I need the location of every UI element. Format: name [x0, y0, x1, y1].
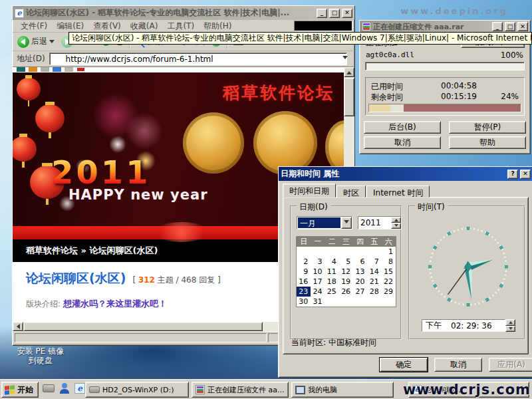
- calendar-day: [297, 247, 311, 257]
- vertical-scroll-thumb[interactable]: [344, 78, 354, 116]
- start-button[interactable]: 开始: [1, 382, 39, 398]
- calendar-day[interactable]: 10: [311, 267, 325, 277]
- task-winrar[interactable]: 正在创建压缩文件 aa...: [192, 382, 289, 398]
- calendar[interactable]: 日一二三四五六123456789101112131415161718192021…: [296, 236, 396, 307]
- minimize-button[interactable]: _: [317, 9, 327, 18]
- tab-timezone[interactable]: 时区: [336, 186, 366, 198]
- year-spinner[interactable]: 2011: [358, 216, 402, 229]
- menu-view[interactable]: 查看(V): [89, 20, 125, 33]
- ie-titlebar[interactable]: e 论坛闲聊区(水区) - 稻草软件论坛-专业的电脑交流社区 软件|技术|电脑|…: [13, 6, 354, 20]
- background-button[interactable]: 后台(B): [364, 121, 441, 134]
- year-up-icon[interactable]: [391, 217, 401, 223]
- desktop-icon-pe-image[interactable]: 安装 PE 镜像 到硬盘: [4, 346, 77, 365]
- calendar-day[interactable]: 27: [353, 287, 367, 297]
- time-down-icon[interactable]: [505, 326, 515, 332]
- cancel-button[interactable]: 取消: [364, 136, 441, 149]
- month-value: 一月: [298, 217, 340, 228]
- desktop-icon-label-line1: 安装 PE 镜像: [4, 346, 77, 356]
- calendar-day[interactable]: 23: [297, 287, 311, 297]
- tab-time-and-date[interactable]: 时间和日期: [283, 184, 336, 198]
- calendar-day: [367, 247, 381, 257]
- back-label: 后退: [31, 36, 47, 47]
- month-dropdown-arrow-icon[interactable]: [341, 217, 352, 229]
- winrar-titlebar[interactable]: 正在创建压缩文件 aaa.rar _ □ ✕: [360, 21, 530, 33]
- calendar-day[interactable]: 29: [382, 287, 396, 297]
- help-button[interactable]: ?: [507, 170, 518, 179]
- calendar-day[interactable]: 5: [339, 257, 353, 267]
- calendar-day[interactable]: 31: [311, 297, 325, 307]
- back-button[interactable]: 后退: [15, 35, 57, 49]
- datetime-titlebar[interactable]: 日期和时间 属性 ? ✕: [279, 167, 532, 181]
- calendar-day[interactable]: 1: [382, 247, 396, 257]
- scroll-up-button[interactable]: [344, 67, 354, 77]
- calendar-day[interactable]: 7: [367, 257, 381, 267]
- calendar-day[interactable]: 30: [297, 297, 311, 307]
- task-explorer-drive[interactable]: HD2_OS-WinXP (D:): [85, 382, 189, 398]
- calendar-day[interactable]: 17: [311, 277, 325, 287]
- calendar-day: [339, 297, 353, 307]
- calendar-day[interactable]: 25: [325, 287, 339, 297]
- calendar-day[interactable]: 21: [367, 277, 381, 287]
- calendar-day[interactable]: 3: [311, 257, 325, 267]
- calendar-day[interactable]: 18: [325, 277, 339, 287]
- menu-favorites[interactable]: 收藏(A): [126, 20, 162, 33]
- calendar-day[interactable]: 28: [367, 287, 381, 297]
- menu-tools[interactable]: 工具(T): [163, 20, 198, 33]
- forum-section-title[interactable]: 论坛闲聊区(水区): [26, 270, 126, 287]
- month-dropdown[interactable]: 一月: [297, 216, 352, 229]
- datetime-body: 时间和日期 时区 Internet 时间 日期(D) 一月 2011: [279, 181, 532, 376]
- quicklaunch-messenger-icon[interactable]: [60, 383, 69, 394]
- winrar-body: 模式(M)... 正在添加 agt0c0a.dll 100% 已用时间 00:0…: [360, 33, 530, 152]
- maximize-button[interactable]: □: [329, 9, 340, 18]
- calendar-day[interactable]: 6: [353, 257, 367, 267]
- calendar-day[interactable]: 22: [382, 277, 396, 287]
- menu-edit[interactable]: 编辑(E): [53, 20, 88, 33]
- calendar-day[interactable]: 19: [339, 277, 353, 287]
- calendar-day[interactable]: 9: [297, 267, 311, 277]
- calendar-day[interactable]: 12: [339, 267, 353, 277]
- back-dropdown-icon[interactable]: [49, 40, 55, 46]
- calendar-day[interactable]: 24: [311, 287, 325, 297]
- ie-addressbar: 地址(D): [13, 51, 354, 67]
- calendar-day[interactable]: 15: [382, 267, 396, 277]
- quicklaunch-ie-icon[interactable]: e: [74, 383, 85, 394]
- scroll-left-button[interactable]: [13, 322, 23, 331]
- close-button[interactable]: ✕: [517, 22, 528, 31]
- horizontal-scroll-thumb[interactable]: [23, 322, 263, 331]
- task-my-computer[interactable]: 我的电脑: [291, 382, 394, 398]
- cancel-button[interactable]: 取消: [434, 358, 482, 372]
- time-group-label: 时间(T): [415, 201, 448, 213]
- calendar-day[interactable]: 20: [353, 277, 367, 287]
- maximize-button[interactable]: □: [505, 22, 515, 31]
- menu-help[interactable]: 帮助(H): [200, 20, 235, 33]
- calendar-day[interactable]: 4: [325, 257, 339, 267]
- calendar-weekday: 二: [325, 237, 339, 247]
- help-button[interactable]: 帮助: [449, 136, 526, 149]
- minimize-button[interactable]: _: [492, 22, 503, 31]
- ok-button[interactable]: 确定: [380, 358, 428, 372]
- calendar-day[interactable]: 11: [325, 267, 339, 277]
- tab-internet-time[interactable]: Internet 时间: [366, 186, 430, 198]
- year-down-icon[interactable]: [391, 223, 401, 229]
- calendar-day[interactable]: 2: [297, 257, 311, 267]
- calendar-day[interactable]: 14: [367, 267, 381, 277]
- calendar-day: [353, 247, 367, 257]
- address-dropdown-button[interactable]: [339, 53, 350, 65]
- time-up-icon[interactable]: [505, 319, 515, 326]
- calendar-day: [367, 297, 381, 307]
- menu-file[interactable]: 文件(F): [17, 20, 51, 33]
- address-input[interactable]: [49, 53, 347, 65]
- banner-year: 2011: [51, 154, 151, 191]
- calendar-day[interactable]: 13: [353, 267, 367, 277]
- time-value: 02: 29: 36: [451, 321, 492, 331]
- calendar-day[interactable]: 26: [339, 287, 353, 297]
- intro-text[interactable]: 想灌水吗？来这里灌水吧！: [63, 299, 167, 309]
- calendar-day[interactable]: 8: [382, 257, 396, 267]
- pause-button[interactable]: 暂停(P): [449, 121, 526, 134]
- calendar-weekday: 三: [339, 237, 353, 247]
- time-field[interactable]: 下午 02: 29: 36: [422, 319, 505, 332]
- calendar-day[interactable]: 16: [297, 277, 311, 287]
- quicklaunch-drive-icon[interactable]: [43, 384, 55, 392]
- close-button[interactable]: ✕: [520, 170, 531, 179]
- close-button[interactable]: ✕: [342, 9, 352, 18]
